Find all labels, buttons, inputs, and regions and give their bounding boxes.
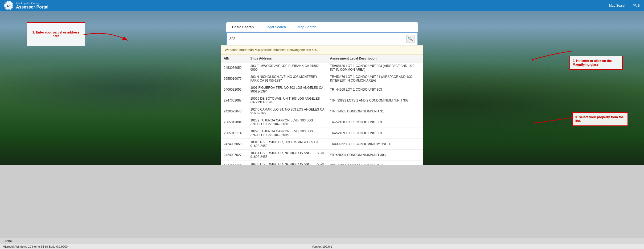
- header-left: LA Los Angeles County Assessor Portal: [4, 1, 48, 10]
- table-row[interactable]: 2424005059 10310 RIVERSIDE DR, 303 LOS A…: [221, 139, 423, 150]
- search-input[interactable]: [229, 37, 405, 41]
- cell-legal: TR=53476 LOT 1 CONDO UNIT 21 (AIRSPACE A…: [327, 73, 423, 84]
- cell-address: 1001 FIGUEROA TER, NO 303 LOS ANGELES CA…: [248, 84, 327, 95]
- cell-ain: 2747002087: [221, 95, 248, 106]
- search-button[interactable]: 🔍: [406, 35, 415, 43]
- tab-map-search[interactable]: Map Search: [292, 22, 322, 32]
- results-notice: We found more than 500 possible matches.…: [221, 45, 423, 55]
- cell-legal: *TR=34788 CONDOMINIUM*UNIT 10: [327, 161, 423, 166]
- cell-address: 303 N NICHOLSON AVE, NO 303 MONTEREY PAR…: [248, 73, 327, 84]
- results-panel: We found more than 500 possible matches.…: [221, 45, 423, 165]
- results-table: AIN Situs Address Assessment Legal Descr…: [221, 55, 423, 165]
- cell-legal: *TR=38004 CONDOMINIUM*UNIT 303: [327, 150, 423, 161]
- table-row[interactable]: 2453036050 303 ELMWOOD AVE, 303 BURBANK …: [221, 62, 423, 73]
- header: LA Los Angeles County Assessor Portal Ma…: [0, 0, 644, 11]
- tab-legal-search[interactable]: Legal Search: [260, 22, 292, 32]
- cell-ain: 2424005059: [221, 139, 248, 150]
- annotation-step1: 1. Enter your parcel or address here: [27, 22, 85, 46]
- col-header-legal: Assessment Legal Description: [327, 55, 423, 62]
- results-body: 2453036050 303 ELMWOOD AVE, 303 BURBANK …: [221, 62, 423, 166]
- cell-ain: 2565012094: [221, 117, 248, 128]
- cell-legal: TR=39262 LOT 1 CONDOMINIUM*UNIT 12: [327, 139, 423, 150]
- cell-ain: 5406022056: [221, 84, 248, 95]
- table-row[interactable]: 2424007027 10331 RIVERSIDE DR, NO 303 LO…: [221, 150, 423, 161]
- cell-ain: 2424007027: [221, 150, 248, 161]
- cell-ain: 2424001026: [221, 161, 248, 166]
- cell-legal: TR=68130 LOT 1 CONDO UNIT 303 (AIRSPACE …: [327, 62, 423, 73]
- cell-ain: 5255016075: [221, 73, 248, 84]
- annotation-step3: 3. Select your property from the list.: [572, 112, 628, 126]
- cell-ain: 2565012114: [221, 128, 248, 139]
- col-header-address: Situs Address: [248, 55, 327, 62]
- svg-text:LA: LA: [7, 5, 10, 7]
- cell-legal: *TR=33823 LOTS 1 AND 2 CONDOMINIUM *UNIT…: [327, 95, 423, 106]
- header-org: Los Angeles County: [16, 2, 48, 5]
- annotation-step2: 2. Hit enter or click on the Magnifying …: [569, 56, 623, 70]
- table-row[interactable]: 5406022056 1001 FIGUEROA TER, NO 303 LOS…: [221, 84, 423, 95]
- main-background: 1. Enter your parcel or address here 2. …: [0, 11, 644, 165]
- search-area: Basic Search Legal Search Map Search 🔍: [0, 22, 644, 45]
- cell-address: 10240 CAMARILLO ST, NO 303 LOS ANGELES C…: [248, 106, 327, 117]
- cell-legal: TR=44969 LOT 1 CONDO UNIT 303: [327, 84, 423, 95]
- table-row[interactable]: 5255016075 303 N NICHOLSON AVE, NO 303 M…: [221, 73, 423, 84]
- header-nav-mapsearch[interactable]: Map Search: [609, 4, 626, 7]
- table-row[interactable]: 2424001026 10409 RIVERSIDE DR, NO 303 LO…: [221, 161, 423, 166]
- cell-address: 10310 RIVERSIDE DR, 303 LOS ANGELES CA 9…: [248, 139, 327, 150]
- cell-address: 10290 TUJUNGA CANYON BLVD, 303 LOS ANGEL…: [248, 128, 327, 139]
- table-row[interactable]: 2420023043 10240 CAMARILLO ST, NO 303 LO…: [221, 106, 423, 117]
- search-input-row: 🔍: [226, 32, 418, 45]
- cell-legal: TR=52109 LOT 1 CONDO UNIT 303: [327, 128, 423, 139]
- cell-address: 10331 RIVERSIDE DR, NO 303 LOS ANGELES C…: [248, 150, 327, 161]
- cell-ain: 2453036050: [221, 62, 248, 73]
- col-header-ain: AIN: [221, 55, 248, 62]
- cell-legal: TR=52108 LOT 1 CONDO UNIT 303: [327, 117, 423, 128]
- header-title-block: Los Angeles County Assessor Portal: [16, 2, 48, 10]
- header-nav: Map Search PAIS: [609, 4, 640, 7]
- cell-address: 10282 TUJUNGA CANYON BLVD, 303 LOS ANGEL…: [248, 117, 327, 128]
- table-row[interactable]: 2565012094 10282 TUJUNGA CANYON BLVD, 30…: [221, 117, 423, 128]
- tab-basic-search[interactable]: Basic Search: [226, 22, 260, 32]
- cell-address: 10409 RIVERSIDE DR, NO 303 LOS ANGELES C…: [248, 161, 327, 166]
- header-nav-pais[interactable]: PAIS: [633, 4, 640, 7]
- cell-address: 303 ELMWOOD AVE, 303 BURBANK CA 91502-00…: [248, 62, 327, 73]
- search-tabs: Basic Search Legal Search Map Search: [226, 22, 418, 32]
- cell-address: 10065 DE SOTO AVE, UNIT 303 LOS ANGELES …: [248, 95, 327, 106]
- header-title: Assessor Portal: [16, 5, 48, 10]
- table-row[interactable]: 2565012114 10290 TUJUNGA CANYON BLVD, 30…: [221, 128, 423, 139]
- table-row[interactable]: 2747002087 10065 DE SOTO AVE, UNIT 303 L…: [221, 95, 423, 106]
- logo-icon: LA: [4, 1, 13, 10]
- cell-legal: *TR=34665 CONDOMINIUM*UNIT 31: [327, 106, 423, 117]
- cell-ain: 2420023043: [221, 106, 248, 117]
